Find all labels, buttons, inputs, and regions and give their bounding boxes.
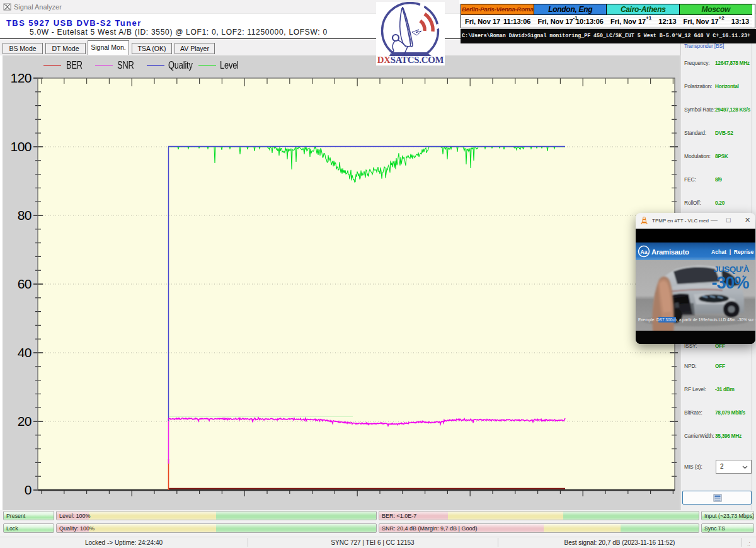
svg-text:DXSATCS.COM: DXSATCS.COM <box>377 55 444 65</box>
svg-text:JUSQU'À: JUSQU'À <box>714 265 750 274</box>
svg-text:Achat | Reprise: Achat | Reprise <box>711 249 754 255</box>
svg-text:*: * <box>742 274 745 280</box>
svg-text:Exemple: DS7 300ch, a partir d: Exemple: DS7 300ch, a partir de 199e/moi… <box>638 317 755 323</box>
svg-text:Aa: Aa <box>641 249 648 255</box>
svg-text:Aramisauto: Aramisauto <box>651 248 689 256</box>
